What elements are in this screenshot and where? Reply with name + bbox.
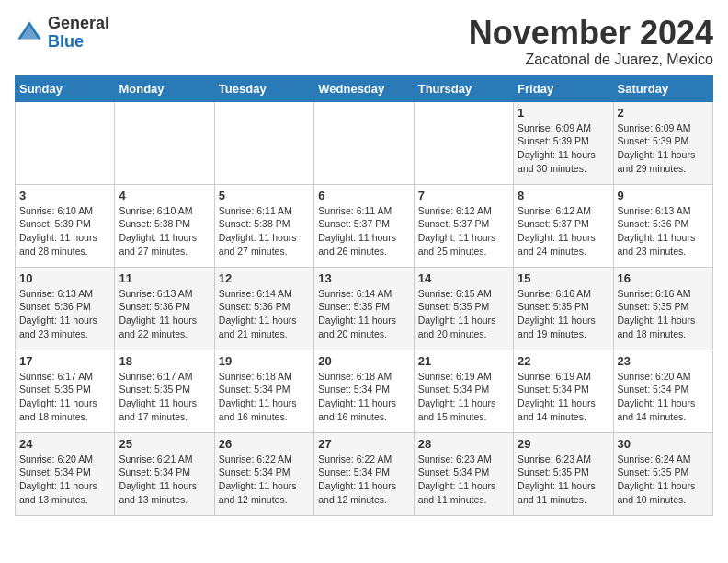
weekday-friday: Friday: [514, 75, 613, 101]
day-number: 22: [518, 354, 609, 368]
calendar-cell: [16, 101, 115, 184]
weekday-header-row: SundayMondayTuesdayWednesdayThursdayFrid…: [16, 75, 713, 101]
day-info: Sunrise: 6:23 AMSunset: 5:34 PMDaylight:…: [418, 453, 509, 507]
calendar-cell: 26Sunrise: 6:22 AMSunset: 5:34 PMDayligh…: [214, 432, 313, 515]
calendar-cell: 20Sunrise: 6:18 AMSunset: 5:34 PMDayligh…: [314, 350, 414, 432]
day-number: 16: [618, 271, 709, 285]
calendar-week-4: 17Sunrise: 6:17 AMSunset: 5:35 PMDayligh…: [16, 350, 713, 432]
day-number: 25: [119, 437, 210, 451]
calendar-subtitle: Zacatonal de Juarez, Mexico: [469, 52, 713, 68]
day-number: 10: [19, 271, 110, 285]
calendar-week-3: 10Sunrise: 6:13 AMSunset: 5:36 PMDayligh…: [16, 267, 713, 350]
day-info: Sunrise: 6:15 AMSunset: 5:35 PMDaylight:…: [418, 287, 509, 341]
day-info: Sunrise: 6:12 AMSunset: 5:37 PMDaylight:…: [518, 204, 609, 259]
page-header: General Blue November 2024 Zacatonal de …: [15, 15, 713, 68]
day-info: Sunrise: 6:22 AMSunset: 5:34 PMDaylight:…: [219, 453, 310, 507]
weekday-sunday: Sunday: [16, 75, 115, 101]
logo: General Blue: [15, 15, 109, 52]
day-info: Sunrise: 6:09 AMSunset: 5:39 PMDaylight:…: [618, 121, 709, 176]
calendar-cell: 3Sunrise: 6:10 AMSunset: 5:39 PMDaylight…: [16, 184, 115, 267]
calendar-table: SundayMondayTuesdayWednesdayThursdayFrid…: [15, 75, 713, 516]
day-number: 23: [618, 354, 709, 368]
calendar-cell: [414, 101, 513, 184]
calendar-cell: 22Sunrise: 6:19 AMSunset: 5:34 PMDayligh…: [514, 350, 613, 432]
day-number: 26: [219, 437, 310, 451]
title-block: November 2024 Zacatonal de Juarez, Mexic…: [469, 15, 713, 68]
day-number: 6: [318, 189, 409, 202]
day-info: Sunrise: 6:23 AMSunset: 5:35 PMDaylight:…: [518, 453, 609, 507]
day-info: Sunrise: 6:24 AMSunset: 5:35 PMDaylight:…: [618, 453, 709, 507]
day-number: 18: [119, 354, 210, 368]
calendar-week-2: 3Sunrise: 6:10 AMSunset: 5:39 PMDaylight…: [16, 184, 713, 267]
weekday-wednesday: Wednesday: [314, 75, 414, 101]
day-info: Sunrise: 6:11 AMSunset: 5:37 PMDaylight:…: [318, 204, 409, 259]
day-number: 5: [219, 189, 310, 202]
day-info: Sunrise: 6:14 AMSunset: 5:35 PMDaylight:…: [318, 287, 409, 341]
calendar-week-1: 1Sunrise: 6:09 AMSunset: 5:39 PMDaylight…: [16, 101, 713, 184]
day-info: Sunrise: 6:16 AMSunset: 5:35 PMDaylight:…: [618, 287, 709, 341]
calendar-cell: 30Sunrise: 6:24 AMSunset: 5:35 PMDayligh…: [613, 432, 712, 515]
calendar-cell: 14Sunrise: 6:15 AMSunset: 5:35 PMDayligh…: [414, 267, 513, 350]
day-number: 21: [418, 354, 509, 368]
calendar-cell: 18Sunrise: 6:17 AMSunset: 5:35 PMDayligh…: [115, 350, 214, 432]
weekday-thursday: Thursday: [414, 75, 513, 101]
calendar-body: 1Sunrise: 6:09 AMSunset: 5:39 PMDaylight…: [16, 101, 713, 515]
day-info: Sunrise: 6:09 AMSunset: 5:39 PMDaylight:…: [518, 121, 609, 176]
weekday-monday: Monday: [115, 75, 214, 101]
day-info: Sunrise: 6:13 AMSunset: 5:36 PMDaylight:…: [19, 287, 110, 341]
calendar-cell: 28Sunrise: 6:23 AMSunset: 5:34 PMDayligh…: [414, 432, 513, 515]
day-number: 30: [618, 437, 709, 451]
logo-text: General Blue: [48, 15, 109, 52]
day-number: 20: [318, 354, 409, 368]
day-number: 7: [418, 189, 509, 202]
day-info: Sunrise: 6:22 AMSunset: 5:34 PMDaylight:…: [318, 453, 409, 507]
calendar-cell: 24Sunrise: 6:20 AMSunset: 5:34 PMDayligh…: [16, 432, 115, 515]
day-number: 24: [19, 437, 110, 451]
day-number: 4: [119, 189, 210, 202]
day-info: Sunrise: 6:13 AMSunset: 5:36 PMDaylight:…: [119, 287, 210, 341]
day-number: 27: [318, 437, 409, 451]
calendar-cell: 17Sunrise: 6:17 AMSunset: 5:35 PMDayligh…: [16, 350, 115, 432]
day-info: Sunrise: 6:14 AMSunset: 5:36 PMDaylight:…: [219, 287, 310, 341]
calendar-cell: 7Sunrise: 6:12 AMSunset: 5:37 PMDaylight…: [414, 184, 513, 267]
calendar-cell: [214, 101, 313, 184]
calendar-cell: 25Sunrise: 6:21 AMSunset: 5:34 PMDayligh…: [115, 432, 214, 515]
calendar-cell: 29Sunrise: 6:23 AMSunset: 5:35 PMDayligh…: [514, 432, 613, 515]
calendar-cell: 23Sunrise: 6:20 AMSunset: 5:34 PMDayligh…: [613, 350, 712, 432]
calendar-cell: 5Sunrise: 6:11 AMSunset: 5:38 PMDaylight…: [214, 184, 313, 267]
day-info: Sunrise: 6:11 AMSunset: 5:38 PMDaylight:…: [219, 204, 310, 259]
day-info: Sunrise: 6:21 AMSunset: 5:34 PMDaylight:…: [119, 453, 210, 507]
calendar-cell: 19Sunrise: 6:18 AMSunset: 5:34 PMDayligh…: [214, 350, 313, 432]
day-info: Sunrise: 6:10 AMSunset: 5:38 PMDaylight:…: [119, 204, 210, 259]
calendar-cell: 13Sunrise: 6:14 AMSunset: 5:35 PMDayligh…: [314, 267, 414, 350]
day-number: 9: [618, 189, 709, 202]
day-info: Sunrise: 6:18 AMSunset: 5:34 PMDaylight:…: [318, 370, 409, 424]
calendar-cell: [115, 101, 214, 184]
day-info: Sunrise: 6:20 AMSunset: 5:34 PMDaylight:…: [19, 453, 110, 507]
day-number: 17: [19, 354, 110, 368]
calendar-cell: [314, 101, 414, 184]
day-number: 14: [418, 271, 509, 285]
calendar-cell: 10Sunrise: 6:13 AMSunset: 5:36 PMDayligh…: [16, 267, 115, 350]
day-info: Sunrise: 6:13 AMSunset: 5:36 PMDaylight:…: [618, 204, 709, 259]
calendar-cell: 1Sunrise: 6:09 AMSunset: 5:39 PMDaylight…: [514, 101, 613, 184]
calendar-cell: 11Sunrise: 6:13 AMSunset: 5:36 PMDayligh…: [115, 267, 214, 350]
day-number: 13: [318, 271, 409, 285]
calendar-cell: 4Sunrise: 6:10 AMSunset: 5:38 PMDaylight…: [115, 184, 214, 267]
calendar-header: SundayMondayTuesdayWednesdayThursdayFrid…: [16, 75, 713, 101]
weekday-saturday: Saturday: [613, 75, 712, 101]
day-number: 28: [418, 437, 509, 451]
logo-icon: [15, 18, 44, 48]
day-info: Sunrise: 6:20 AMSunset: 5:34 PMDaylight:…: [618, 370, 709, 424]
calendar-cell: 21Sunrise: 6:19 AMSunset: 5:34 PMDayligh…: [414, 350, 513, 432]
calendar-cell: 15Sunrise: 6:16 AMSunset: 5:35 PMDayligh…: [514, 267, 613, 350]
day-number: 12: [219, 271, 310, 285]
day-number: 19: [219, 354, 310, 368]
calendar-cell: 6Sunrise: 6:11 AMSunset: 5:37 PMDaylight…: [314, 184, 414, 267]
day-number: 1: [518, 106, 609, 120]
day-info: Sunrise: 6:18 AMSunset: 5:34 PMDaylight:…: [219, 370, 310, 424]
calendar-week-5: 24Sunrise: 6:20 AMSunset: 5:34 PMDayligh…: [16, 432, 713, 515]
day-number: 2: [618, 106, 709, 120]
weekday-tuesday: Tuesday: [214, 75, 313, 101]
day-info: Sunrise: 6:16 AMSunset: 5:35 PMDaylight:…: [518, 287, 609, 341]
